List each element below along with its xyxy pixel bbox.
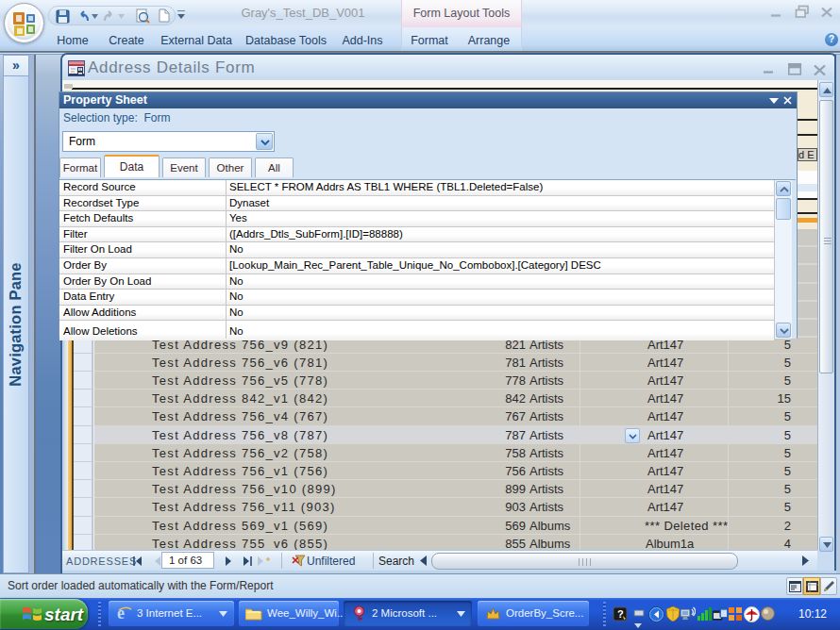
svg-text:?: ?	[617, 608, 624, 620]
svg-text:e: e	[117, 605, 125, 622]
